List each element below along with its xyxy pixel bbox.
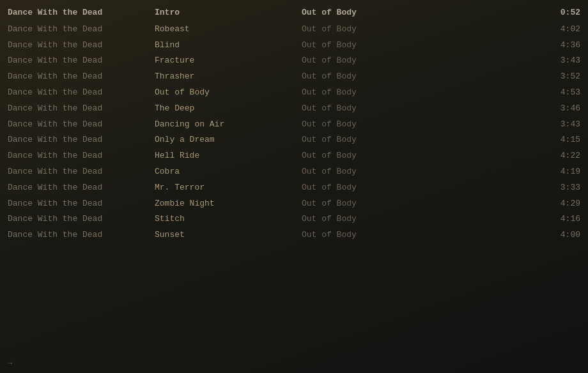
track-duration: 3:43 xyxy=(429,118,580,132)
track-title: The Deep xyxy=(155,102,302,116)
track-artist: Dance With the Dead xyxy=(8,39,155,52)
track-album: Out of Body xyxy=(302,149,429,163)
table-row[interactable]: Dance With the DeadThrasherOut of Body3:… xyxy=(0,69,588,85)
track-duration: 4:19 xyxy=(429,165,580,179)
track-album: Out of Body xyxy=(302,181,429,195)
header-album: Out of Body xyxy=(302,6,429,20)
track-title: Blind xyxy=(155,39,302,52)
track-title: Mr. Terror xyxy=(155,181,302,195)
track-album: Out of Body xyxy=(302,39,429,52)
track-title: Only a Dream xyxy=(155,133,302,147)
track-title: Stitch xyxy=(155,213,302,226)
track-title: Cobra xyxy=(155,165,302,179)
track-artist: Dance With the Dead xyxy=(8,23,155,36)
track-duration: 4:16 xyxy=(429,213,580,226)
table-row[interactable]: Dance With the DeadSunsetOut of Body4:00 xyxy=(0,227,588,243)
track-album: Out of Body xyxy=(302,229,429,242)
table-row[interactable]: Dance With the DeadBlindOut of Body4:36 xyxy=(0,38,588,54)
track-artist: Dance With the Dead xyxy=(8,102,155,116)
track-duration: 3:52 xyxy=(429,70,580,84)
track-artist: Dance With the Dead xyxy=(8,149,155,163)
track-duration: 3:33 xyxy=(429,181,580,195)
header-title: Intro xyxy=(155,6,302,20)
track-duration: 4:15 xyxy=(429,133,580,147)
table-row[interactable]: Dance With the DeadMr. TerrorOut of Body… xyxy=(0,180,588,196)
track-artist: Dance With the Dead xyxy=(8,133,155,147)
footer-arrow: → xyxy=(8,359,12,368)
track-artist: Dance With the Dead xyxy=(8,181,155,195)
table-row[interactable]: Dance With the DeadThe DeepOut of Body3:… xyxy=(0,101,588,117)
track-album: Out of Body xyxy=(302,70,429,84)
track-title: Robeast xyxy=(155,23,302,36)
track-title: Zombie Night xyxy=(155,197,302,211)
track-artist: Dance With the Dead xyxy=(8,70,155,84)
track-duration: 4:53 xyxy=(429,86,580,100)
track-artist: Dance With the Dead xyxy=(8,213,155,226)
track-album: Out of Body xyxy=(302,102,429,116)
track-album: Out of Body xyxy=(302,86,429,100)
track-artist: Dance With the Dead xyxy=(8,54,155,68)
track-title: Out of Body xyxy=(155,86,302,100)
track-duration: 4:00 xyxy=(429,229,580,242)
table-row[interactable]: Dance With the DeadStitchOut of Body4:16 xyxy=(0,211,588,227)
table-row[interactable]: Dance With the DeadRobeastOut of Body4:0… xyxy=(0,22,588,38)
track-duration: 4:02 xyxy=(429,23,580,36)
track-list: Dance With the Dead Intro Out of Body 0:… xyxy=(0,0,588,248)
track-album: Out of Body xyxy=(302,23,429,36)
table-row[interactable]: Dance With the DeadCobraOut of Body4:19 xyxy=(0,164,588,180)
table-row[interactable]: Dance With the DeadOut of BodyOut of Bod… xyxy=(0,85,588,101)
track-title: Fracture xyxy=(155,54,302,68)
table-row[interactable]: Dance With the DeadZombie NightOut of Bo… xyxy=(0,196,588,212)
track-album: Out of Body xyxy=(302,133,429,147)
header-duration: 0:52 xyxy=(429,6,580,20)
track-duration: 4:36 xyxy=(429,39,580,52)
table-header: Dance With the Dead Intro Out of Body 0:… xyxy=(0,5,588,22)
table-row[interactable]: Dance With the DeadOnly a DreamOut of Bo… xyxy=(0,132,588,148)
track-title: Hell Ride xyxy=(155,149,302,163)
track-title: Dancing on Air xyxy=(155,118,302,132)
footer: → xyxy=(8,359,12,368)
track-artist: Dance With the Dead xyxy=(8,229,155,242)
track-artist: Dance With the Dead xyxy=(8,86,155,100)
header-artist: Dance With the Dead xyxy=(8,6,155,20)
track-album: Out of Body xyxy=(302,54,429,68)
track-album: Out of Body xyxy=(302,118,429,132)
track-artist: Dance With the Dead xyxy=(8,165,155,179)
track-album: Out of Body xyxy=(302,197,429,211)
track-duration: 4:22 xyxy=(429,149,580,163)
track-duration: 3:43 xyxy=(429,54,580,68)
track-duration: 4:29 xyxy=(429,197,580,211)
table-row[interactable]: Dance With the DeadHell RideOut of Body4… xyxy=(0,148,588,164)
track-duration: 3:46 xyxy=(429,102,580,116)
track-artist: Dance With the Dead xyxy=(8,197,155,211)
track-title: Thrasher xyxy=(155,70,302,84)
track-title: Sunset xyxy=(155,229,302,242)
track-album: Out of Body xyxy=(302,213,429,226)
track-artist: Dance With the Dead xyxy=(8,118,155,132)
table-row[interactable]: Dance With the DeadDancing on AirOut of … xyxy=(0,117,588,133)
table-row[interactable]: Dance With the DeadFractureOut of Body3:… xyxy=(0,53,588,69)
track-album: Out of Body xyxy=(302,165,429,179)
